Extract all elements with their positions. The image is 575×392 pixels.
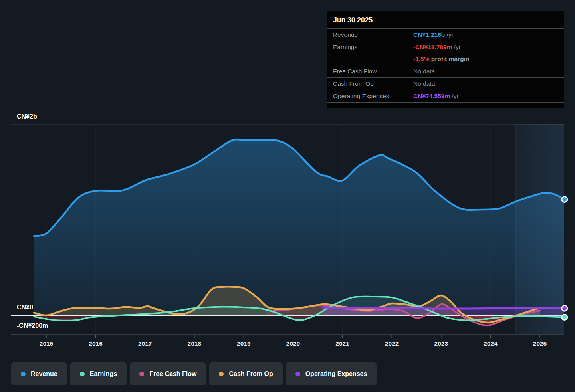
chart-tooltip: Jun 30 2025 Revenue CN¥1.216b /yr Earnin… [327, 11, 564, 108]
operating-expenses-amount: CN¥74.559m [413, 93, 450, 99]
free-cash-flow-value: No data [413, 68, 435, 75]
profit-margin-line: -1.5% profit margin [413, 53, 469, 65]
x-axis-label-2018: 2018 [188, 340, 201, 347]
legend-item-earnings[interactable]: Earnings [70, 362, 127, 385]
tooltip-row-revenue: Revenue CN¥1.216b /yr [327, 29, 564, 41]
profit-margin-value: -1.5% [413, 55, 430, 62]
x-axis-label-2019: 2019 [237, 340, 250, 347]
legend: Revenue Earnings Free Cash Flow Cash Fro… [11, 362, 377, 385]
x-axis-label-2015: 2015 [40, 340, 53, 347]
x-axis-label-2016: 2016 [89, 340, 102, 347]
operating-expenses-dot-icon [295, 372, 300, 376]
cash-from-op-value: No data [413, 80, 435, 87]
tooltip-row-free-cash-flow: Free Cash Flow No data [327, 65, 564, 78]
y-axis-label-neg200m: -CN¥200m [17, 322, 48, 329]
legend-item-cash-from-op[interactable]: Cash From Op [209, 362, 282, 385]
tooltip-row-earnings: Earnings -CN¥18.789m /yr -1.5% profit ma… [327, 41, 564, 65]
revenue-dot-icon [21, 372, 26, 376]
tooltip-row-operating-expenses: Operating Expenses CN¥74.559m /yr [327, 90, 564, 103]
profit-margin-label: profit margin [430, 55, 470, 62]
y-axis-label-zero: CN¥0 [17, 304, 33, 311]
legend-label: Free Cash Flow [149, 370, 196, 378]
tooltip-label: Operating Expenses [333, 93, 413, 100]
tooltip-label: Free Cash Flow [333, 68, 413, 75]
legend-item-free-cash-flow[interactable]: Free Cash Flow [130, 362, 206, 385]
operating-expenses-unit: /yr [450, 93, 459, 99]
revenue-value: CN¥1.216b /yr [413, 31, 454, 38]
tooltip-date: Jun 30 2025 [327, 11, 564, 29]
legend-item-revenue[interactable]: Revenue [11, 362, 67, 385]
x-axis-label-2020: 2020 [286, 340, 300, 347]
x-axis-label-2025: 2025 [533, 340, 547, 347]
legend-item-operating-expenses[interactable]: Operating Expenses [286, 362, 377, 385]
x-axis-label-2022: 2022 [385, 340, 399, 347]
tooltip-label: Earnings [333, 41, 413, 53]
y-axis-label-2b: CN¥2b [17, 113, 37, 120]
earnings-dot-icon [80, 372, 85, 376]
tooltip-label: Revenue [333, 31, 413, 38]
earnings-value: -CN¥18.789m /yr -1.5% profit margin [413, 41, 469, 65]
x-axis-label-2024: 2024 [484, 340, 497, 347]
tooltip-row-cash-from-op: Cash From Op No data [327, 78, 564, 90]
free-cash-flow-dot-icon [139, 372, 144, 376]
tooltip-label: Cash From Op [333, 80, 413, 87]
earnings-unit: /yr [452, 44, 461, 50]
x-axis-label-2017: 2017 [138, 340, 152, 347]
legend-label: Revenue [31, 370, 58, 378]
x-axis-label-2023: 2023 [434, 340, 448, 347]
legend-label: Earnings [90, 370, 117, 378]
revenue-unit: /yr [445, 31, 454, 38]
legend-label: Cash From Op [229, 370, 273, 378]
legend-label: Operating Expenses [305, 370, 367, 378]
cash-from-op-dot-icon [219, 372, 224, 376]
earnings-amount: -CN¥18.789m [413, 44, 452, 50]
x-axis-label-2021: 2021 [335, 340, 349, 347]
revenue-amount: CN¥1.216b [413, 31, 445, 38]
operating-expenses-value: CN¥74.559m /yr [413, 93, 459, 100]
